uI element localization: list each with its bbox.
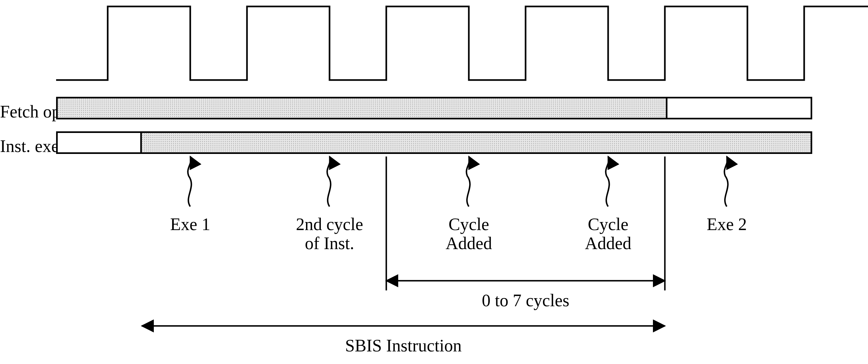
label-exe1: Exe 1 xyxy=(161,215,219,234)
clock-waveform xyxy=(0,0,868,107)
track-inst-executed xyxy=(56,131,812,154)
timing-diagram: Fetch opcode Inst. executed xyxy=(0,0,868,364)
label-2nd-cycle: 2nd cycle of Inst. xyxy=(284,215,375,253)
exec-active-segment xyxy=(140,131,812,154)
leader-cycle-added-1 xyxy=(467,157,470,206)
fetch-active-segment xyxy=(56,97,668,119)
label-cycle-added-2: Cycle Added xyxy=(576,215,640,253)
label-range-inner: 0 to 7 cycles xyxy=(386,290,665,310)
leader-exe2 xyxy=(724,157,728,206)
label-exe2: Exe 2 xyxy=(698,215,756,234)
leader-2nd-cycle xyxy=(327,157,331,206)
track-fetch-opcode xyxy=(56,97,812,119)
label-cycle-added-1: Cycle Added xyxy=(437,215,501,253)
exec-idle-segment xyxy=(56,131,142,154)
fetch-idle-segment xyxy=(666,97,812,119)
leader-exe1 xyxy=(188,157,191,206)
label-range-outer: SBIS Instruction xyxy=(142,336,665,356)
leader-cycle-added-2 xyxy=(606,157,610,206)
